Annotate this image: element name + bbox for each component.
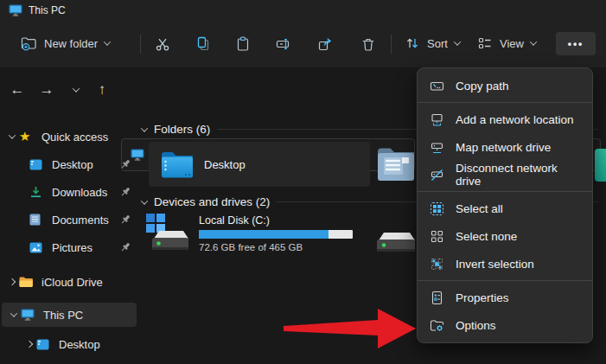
delete-button[interactable] <box>355 33 381 55</box>
sidebar-item-label: This PC <box>43 309 83 322</box>
collapse-chevron-icon[interactable] <box>141 125 148 131</box>
menu-item-label: Copy path <box>456 80 509 93</box>
menu-item-label: Options <box>456 319 496 332</box>
view-button[interactable]: View <box>472 31 541 55</box>
drive-usage-text: 72.6 GB free of 465 GB <box>199 242 353 252</box>
menu-item-properties[interactable]: Properties <box>418 284 592 311</box>
menu-item-map-network-drive[interactable]: Map network drive <box>418 133 592 161</box>
menu-item-label: Disconnect network drive <box>456 162 580 188</box>
expander-icon[interactable] <box>5 134 19 139</box>
folder-tile-desktop[interactable]: Desktop <box>149 142 370 187</box>
menu-item-select-all[interactable]: Select all <box>418 195 592 222</box>
select-none-icon <box>430 229 444 244</box>
this-pc-icon <box>21 309 35 322</box>
menu-divider <box>418 191 592 192</box>
partial-folder-icon <box>595 149 606 182</box>
paste-icon <box>235 36 251 52</box>
chevron-down-icon <box>530 38 537 45</box>
sidebar-item-this-pc[interactable]: This PC <box>2 303 137 327</box>
select-all-icon <box>430 201 444 216</box>
menu-item-label: Properties <box>456 291 509 304</box>
sort-label: Sort <box>427 37 448 50</box>
up-button[interactable]: ↑ <box>90 67 114 112</box>
toolbar-divider <box>391 35 392 54</box>
cut-icon <box>155 36 170 52</box>
sidebar-item-pictures[interactable]: Pictures <box>0 235 138 259</box>
folder-tile-label: Desktop <box>204 158 246 171</box>
paste-button[interactable] <box>230 33 256 55</box>
pin-icon[interactable] <box>119 158 131 170</box>
invert-selection-icon <box>430 257 444 271</box>
chevron-down-icon <box>454 38 461 45</box>
delete-icon <box>360 36 376 52</box>
network-location-icon <box>430 112 444 127</box>
forward-button[interactable]: → <box>35 67 59 112</box>
sidebar-item-desktop[interactable]: Desktop <box>0 152 138 176</box>
desktop-icon <box>36 338 51 351</box>
sidebar-item-label: Downloads <box>52 186 107 199</box>
drive-name: Local Disk (C:) <box>199 214 353 227</box>
section-title: Folders (6) <box>154 123 210 136</box>
rename-button[interactable] <box>271 33 297 55</box>
folder-icon <box>19 276 34 289</box>
menu-item-options[interactable]: Options <box>418 311 592 339</box>
menu-item-disconnect-network-drive[interactable]: Disconnect network drive <box>418 161 592 188</box>
share-icon <box>317 36 333 52</box>
menu-item-add-network-location[interactable]: Add a network location <box>418 105 592 133</box>
pin-icon[interactable] <box>119 241 131 253</box>
menu-item-invert-selection[interactable]: Invert selection <box>418 250 592 278</box>
view-icon <box>477 35 493 51</box>
chevron-down-icon <box>73 85 80 92</box>
sidebar-item-icloud-drive[interactable]: iCloud Drive <box>0 270 138 294</box>
disk-usage-bar <box>199 230 353 239</box>
cut-button[interactable] <box>150 33 175 55</box>
recent-locations-button[interactable] <box>64 67 88 112</box>
sidebar-item-label: Quick access <box>41 131 108 144</box>
second-drive-icon[interactable] <box>377 221 415 256</box>
navigation-pane: ★ Quick access Desktop Downloads <box>0 112 138 364</box>
section-title: Devices and drives (2) <box>154 195 270 208</box>
back-button[interactable]: ← <box>5 67 29 112</box>
drive-tile-local-disk[interactable]: Local Disk (C:) 72.6 GB free of 465 GB <box>145 213 353 254</box>
pin-icon[interactable] <box>119 186 131 198</box>
copy-icon <box>195 36 211 52</box>
menu-item-label: Invert selection <box>456 258 534 271</box>
menu-item-select-none[interactable]: Select none <box>418 222 592 250</box>
this-pc-icon <box>9 4 22 16</box>
menu-item-label: Add a network location <box>456 113 574 126</box>
drive-info: Local Disk (C:) 72.6 GB free of 465 GB <box>199 213 353 254</box>
menu-item-label: Select all <box>456 202 503 215</box>
pictures-icon <box>29 241 44 254</box>
pin-icon[interactable] <box>119 214 131 226</box>
see-more-menu: Copy path Add a network location Map net… <box>417 67 593 343</box>
expander-icon[interactable] <box>22 342 36 347</box>
rename-icon <box>276 36 291 52</box>
documents-icon <box>29 214 44 227</box>
sidebar-item-downloads[interactable]: Downloads <box>0 180 138 204</box>
share-button[interactable] <box>312 33 338 55</box>
sidebar-item-label: Documents <box>52 214 109 227</box>
copy-path-icon <box>430 79 444 93</box>
expander-icon[interactable] <box>5 279 19 284</box>
copy-button[interactable] <box>190 33 216 55</box>
documents-folder-icon[interactable] <box>376 145 416 183</box>
menu-item-copy-path[interactable]: Copy path <box>418 72 592 99</box>
sidebar-item-documents[interactable]: Documents <box>0 208 138 232</box>
menu-divider <box>418 280 592 281</box>
sidebar-item-quick-access[interactable]: ★ Quick access <box>0 125 138 149</box>
see-more-button[interactable]: ••• <box>556 32 596 55</box>
toolbar-divider <box>140 35 141 54</box>
disconnect-network-drive-icon <box>430 168 444 182</box>
new-folder-button[interactable]: New folder <box>16 31 115 55</box>
menu-item-label: Select none <box>456 230 517 243</box>
sort-button[interactable]: Sort <box>399 31 465 55</box>
sidebar-item-label: Pictures <box>52 241 92 254</box>
expander-icon[interactable] <box>7 312 21 317</box>
local-disk-icon <box>145 213 188 254</box>
collapse-chevron-icon[interactable] <box>141 197 148 204</box>
sidebar-item-label: Desktop <box>52 158 93 171</box>
annotation-arrow <box>277 303 424 354</box>
sidebar-item-this-pc-desktop[interactable]: Desktop <box>0 332 138 356</box>
menu-item-label: Map network drive <box>456 141 551 154</box>
window-header: This PC New folder <box>0 0 606 67</box>
